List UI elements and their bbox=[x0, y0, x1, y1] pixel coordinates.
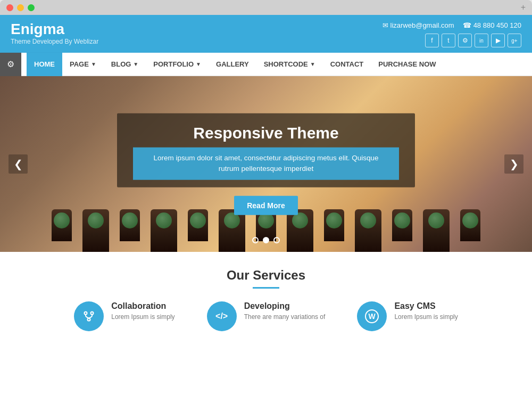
slider-next-button[interactable]: ❯ bbox=[504, 154, 523, 174]
nav-item-page[interactable]: PAGE ▼ bbox=[62, 53, 104, 76]
knob-2 bbox=[82, 209, 109, 252]
settings-social-icon[interactable]: ⚙ bbox=[458, 34, 472, 47]
slider-prev-button[interactable]: ❮ bbox=[9, 154, 28, 174]
nav-items: HOME PAGE ▼ BLOG ▼ PORTFOLIO ▼ GALLERY S… bbox=[21, 53, 449, 76]
knob-4 bbox=[151, 209, 177, 252]
svg-text:W: W bbox=[369, 312, 376, 321]
nav-item-portfolio[interactable]: PORTFOLIO ▼ bbox=[146, 53, 209, 76]
service-developing: </> Developing There are many variations… bbox=[207, 301, 326, 331]
linkedin-icon[interactable]: in bbox=[475, 34, 488, 47]
twitter-icon[interactable]: t bbox=[442, 34, 455, 47]
hero-title-box: Responsive Theme Lorem ipsum dolor sit a… bbox=[117, 113, 415, 187]
site-title: Enigma bbox=[11, 21, 98, 38]
minimize-button[interactable] bbox=[17, 4, 24, 11]
youtube-icon[interactable]: ▶ bbox=[491, 34, 505, 47]
services-grid: Collaboration Lorem Ipsum is simply </> … bbox=[21, 301, 511, 331]
knob-13 bbox=[460, 209, 480, 241]
svg-point-0 bbox=[85, 312, 87, 315]
page-arrow: ▼ bbox=[91, 61, 96, 67]
phone-info: ☎ 48 880 450 120 bbox=[463, 21, 521, 29]
site-header: Enigma Theme Developed By Weblizar ✉ liz… bbox=[0, 15, 532, 53]
bottom-area bbox=[0, 342, 532, 369]
window-chrome: + bbox=[0, 0, 532, 15]
contact-info: ✉ lizarweb@gmail.com ☎ 48 880 450 120 bbox=[383, 21, 522, 29]
developing-title: Developing bbox=[244, 301, 326, 311]
service-cms: W Easy CMS Lorem Ipsum is simply bbox=[357, 301, 458, 331]
nav-item-contact[interactable]: CONTACT bbox=[323, 53, 371, 76]
portfolio-arrow: ▼ bbox=[196, 61, 201, 67]
hero-overlay: Responsive Theme Lorem ipsum dolor sit a… bbox=[117, 113, 415, 215]
maximize-button[interactable] bbox=[28, 4, 35, 11]
hero-subtitle-box: Lorem ipsum dolor sit amet, consectetur … bbox=[133, 148, 399, 180]
knob-8 bbox=[287, 209, 313, 252]
cms-title: Easy CMS bbox=[394, 301, 458, 311]
developing-content: Developing There are many variations of bbox=[244, 301, 326, 321]
site-branding: Enigma Theme Developed By Weblizar bbox=[11, 21, 98, 45]
hero-slider: Responsive Theme Lorem ipsum dolor sit a… bbox=[0, 76, 532, 252]
blog-arrow: ▼ bbox=[133, 61, 138, 67]
header-right: ✉ lizarweb@gmail.com ☎ 48 880 450 120 f … bbox=[383, 21, 522, 47]
gear-icon: ⚙ bbox=[7, 59, 14, 69]
service-collaboration: Collaboration Lorem Ipsum is simply bbox=[74, 301, 174, 331]
collaboration-desc: Lorem Ipsum is simply bbox=[111, 313, 174, 321]
cms-desc: Lorem Ipsum is simply bbox=[394, 313, 458, 321]
nav-item-home[interactable]: HOME bbox=[27, 53, 62, 76]
nav-item-gallery[interactable]: GALLERY bbox=[209, 53, 256, 76]
googleplus-icon[interactable]: g+ bbox=[508, 34, 521, 47]
next-icon: ❯ bbox=[510, 158, 519, 170]
facebook-icon[interactable]: f bbox=[425, 34, 439, 47]
site-tagline: Theme Developed By Weblizar bbox=[11, 38, 98, 45]
developing-icon: </> bbox=[207, 301, 237, 331]
collaboration-icon bbox=[74, 301, 104, 331]
social-icons: f t ⚙ in ▶ g+ bbox=[383, 34, 522, 47]
collaboration-content: Collaboration Lorem Ipsum is simply bbox=[111, 301, 174, 321]
svg-point-1 bbox=[91, 312, 94, 315]
knob-6 bbox=[219, 209, 245, 252]
knob-1 bbox=[52, 209, 72, 241]
navbar: ⚙ HOME PAGE ▼ BLOG ▼ PORTFOLIO ▼ GALLERY… bbox=[0, 53, 532, 76]
slider-dot-2[interactable] bbox=[263, 237, 269, 243]
code-symbol: </> bbox=[215, 312, 228, 321]
prev-icon: ❮ bbox=[14, 158, 23, 170]
nav-item-blog[interactable]: BLOG ▼ bbox=[104, 53, 146, 76]
read-more-button[interactable]: Read More bbox=[234, 195, 298, 215]
nav-item-shortcode[interactable]: SHORTCODE ▼ bbox=[256, 53, 323, 76]
cms-icon: W bbox=[357, 301, 387, 331]
settings-button[interactable]: ⚙ bbox=[0, 53, 21, 76]
svg-point-2 bbox=[88, 318, 90, 321]
email-icon: ✉ bbox=[383, 21, 388, 29]
phone-icon: ☎ bbox=[463, 21, 471, 29]
services-title: Our Services bbox=[21, 268, 511, 283]
shortcode-arrow: ▼ bbox=[310, 61, 315, 67]
section-divider bbox=[253, 287, 279, 289]
cms-content: Easy CMS Lorem Ipsum is simply bbox=[394, 301, 458, 321]
site-wrapper: Enigma Theme Developed By Weblizar ✉ liz… bbox=[0, 15, 532, 393]
hero-title: Responsive Theme bbox=[133, 124, 399, 142]
close-button[interactable] bbox=[6, 4, 13, 11]
hero-subtitle: Lorem ipsum dolor sit amet, consectetur … bbox=[144, 153, 388, 175]
developing-desc: There are many variations of bbox=[244, 313, 326, 321]
services-section: Our Services Collaboration Lor bbox=[0, 252, 532, 342]
slider-dot-3[interactable] bbox=[273, 237, 280, 243]
slider-dot-1[interactable] bbox=[252, 237, 259, 243]
window-expand-icon: + bbox=[521, 3, 526, 12]
collaboration-title: Collaboration bbox=[111, 301, 174, 311]
nav-item-purchase[interactable]: PURCHASE NOW bbox=[371, 53, 443, 76]
knob-10 bbox=[355, 209, 381, 252]
knob-12 bbox=[423, 209, 450, 252]
knob-decorations bbox=[0, 209, 532, 252]
email-info: ✉ lizarweb@gmail.com bbox=[383, 21, 454, 29]
slider-dots bbox=[252, 237, 280, 243]
